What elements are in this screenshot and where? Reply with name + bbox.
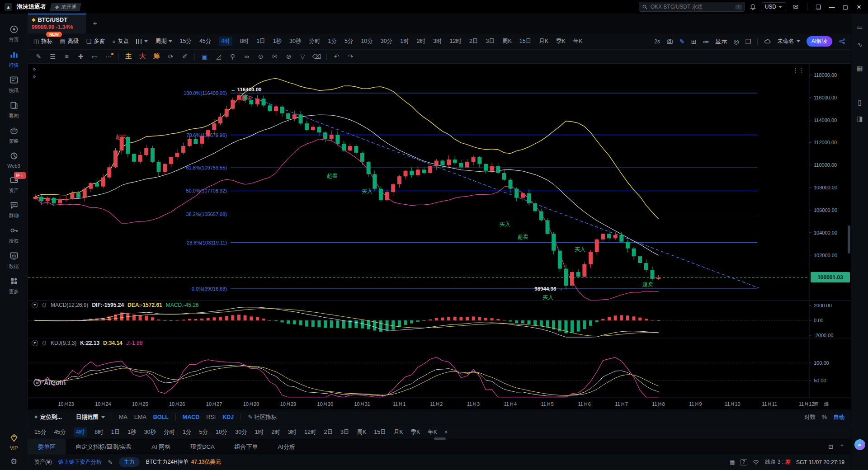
timeframe-5分[interactable]: 5分 — [199, 428, 208, 436]
ai-explain-button[interactable]: AI解读 — [807, 36, 832, 47]
timeframe-10分[interactable]: 10分 — [216, 428, 227, 436]
symbol-tab[interactable]: ◆ BTC/USDT 99989.99 -1.34% NEW — [28, 14, 86, 33]
timeframe-2时[interactable]: 2时 — [417, 38, 425, 45]
sidebar-item-market[interactable]: 行情 — [0, 50, 28, 69]
price-axis-scrollbar[interactable] — [848, 226, 850, 254]
edit-icon[interactable]: ✎ — [679, 38, 685, 45]
panel-tab-自定义指标/回测/实盘[interactable]: 自定义指标/回测/实盘 — [66, 439, 142, 454]
maximize-button[interactable]: ▢ — [841, 4, 850, 10]
redo[interactable]: ↷ — [344, 53, 358, 60]
timeframe-15日[interactable]: 15日 — [519, 38, 531, 45]
refresh-tool[interactable]: ⟳ — [164, 53, 178, 60]
indicators-button[interactable]: ◫指标 — [33, 38, 52, 45]
currency-selector[interactable]: USD — [761, 2, 786, 11]
timeframe-45分[interactable]: 45分 — [199, 38, 211, 45]
close-button[interactable]: ✕ — [854, 4, 863, 10]
timeframe-3日[interactable]: 3日 — [340, 428, 349, 436]
notification-bell-icon[interactable] — [750, 4, 756, 10]
period-selector[interactable]: 周期 — [155, 38, 172, 45]
filter-tool[interactable]: ▽ — [296, 53, 310, 60]
plan-badge[interactable]: ◆ 未开通 — [50, 3, 82, 11]
search-box[interactable]: / — [639, 2, 745, 12]
target-icon[interactable]: ◎ — [733, 38, 739, 45]
timeframe-4时[interactable]: 4时 — [74, 428, 87, 437]
sidebar-item-data[interactable]: 数据 — [0, 251, 28, 270]
measure-tool[interactable]: ◿ — [212, 53, 226, 60]
panel-tab-委单区[interactable]: 委单区 — [28, 439, 66, 454]
chips-tool[interactable]: 筹 — [150, 52, 164, 61]
timeframe-45分[interactable]: 45分 — [54, 428, 66, 436]
select-box-tool[interactable]: ▣ — [198, 53, 212, 60]
overlay-MA[interactable]: MA — [119, 414, 127, 420]
settings-gear-icon[interactable]: ⚙ — [10, 457, 17, 466]
screenshot-icon[interactable] — [666, 38, 673, 45]
sidebar-item-more[interactable]: 更多 — [0, 277, 28, 295]
timeframe-1日[interactable]: 1日 — [111, 428, 120, 436]
brush-tool[interactable]: ✐ — [178, 53, 192, 60]
timeframe-月K[interactable]: 月K — [394, 428, 403, 436]
channel-tool[interactable]: ≡ — [60, 53, 74, 60]
large-order-tool[interactable]: 大 — [136, 52, 150, 61]
layout-name-selector[interactable]: 未命名 — [777, 38, 800, 45]
assets-label[interactable]: 资产(¥) — [34, 458, 52, 466]
timeframe-1日[interactable]: 1日 — [256, 38, 265, 45]
timeframe-12时[interactable]: 12时 — [304, 428, 316, 436]
indicator-KDJ[interactable]: KDJ — [222, 414, 234, 420]
indicator-MACD[interactable]: MACD — [183, 414, 200, 420]
timeframe-12时[interactable]: 12时 — [450, 38, 462, 45]
sidebar-item-web3[interactable]: Web3 — [0, 151, 28, 169]
collapse-icon[interactable] — [32, 302, 38, 308]
timeframe-周K[interactable]: 周K — [357, 428, 366, 436]
timeframe-季K[interactable]: 季K — [411, 428, 420, 436]
minimize-button[interactable]: — — [827, 4, 836, 10]
ai-assistant-icon[interactable]: ai — [854, 439, 865, 450]
timeframe-15分[interactable]: 15分 — [179, 38, 191, 45]
timeframe-年K[interactable]: 年K — [428, 428, 437, 436]
fullscreen-icon[interactable]: ❒ — [745, 38, 751, 45]
note-tool[interactable]: ✉ — [268, 53, 282, 60]
replay-button[interactable]: «复盘 — [112, 38, 129, 45]
sidebar-item-news-flash[interactable]: 快讯 — [0, 75, 28, 94]
sidebar-item-group-chat[interactable]: 群聊 — [0, 201, 28, 219]
hide-tool[interactable]: ⊘ — [282, 53, 296, 60]
timeframe-1分[interactable]: 1分 — [183, 428, 191, 436]
panel-tab-AI分析[interactable]: AI分析 — [268, 439, 305, 454]
timeframe-2日[interactable]: 2日 — [469, 38, 478, 45]
community-indicators-button[interactable]: ✎ 社区指标 — [248, 414, 277, 421]
timeframe-3日[interactable]: 3日 — [486, 38, 494, 45]
help-icon[interactable]: ? — [740, 459, 747, 465]
sidebar-item-strategy[interactable]: 策略 — [0, 126, 28, 145]
panel-tab-组合下单[interactable]: 组合下单 — [225, 439, 268, 454]
search-input[interactable] — [651, 4, 718, 10]
add-tab-button[interactable]: + — [86, 14, 104, 33]
timeframe-30分[interactable]: 30分 — [235, 428, 247, 436]
link-tool[interactable]: ∞ — [240, 53, 254, 60]
timeframe-8时[interactable]: 8时 — [240, 38, 249, 45]
share-icon[interactable] — [839, 38, 845, 45]
timeframe-周K[interactable]: 周K — [502, 38, 512, 45]
sidebar-item-headlines[interactable]: 要闻 — [0, 101, 28, 119]
draw-line-tool[interactable]: ✎ — [32, 53, 46, 60]
panel-icon[interactable]: ◨ — [856, 115, 863, 123]
main-force-badge[interactable]: 主力 — [119, 457, 140, 467]
panel-tab-现货DCA[interactable]: 现货DCA — [180, 439, 224, 454]
line-style-tool[interactable]: ☰ — [46, 53, 60, 60]
timeframe-30秒[interactable]: 30秒 — [144, 428, 156, 436]
timeframe-分时[interactable]: 分时 — [164, 428, 175, 436]
line-label[interactable]: 线路 3 : — [765, 458, 783, 466]
timeframe-2日[interactable]: 2日 — [324, 428, 333, 436]
timeframe-15分[interactable]: 15分 — [34, 428, 46, 436]
scale-%[interactable]: % — [822, 414, 827, 420]
advanced-button[interactable]: ▤高级 — [60, 38, 79, 45]
shape-tool[interactable]: ▭ — [88, 53, 102, 60]
timeframe-1秒[interactable]: 1秒 — [127, 428, 136, 436]
timeframe-3时[interactable]: 3时 — [433, 38, 442, 45]
timeframe-30分[interactable]: 30分 — [381, 38, 392, 45]
cross-tool[interactable]: ✚ — [74, 53, 88, 60]
timeframe-30秒[interactable]: 30秒 — [289, 38, 301, 45]
expand-panel-icon[interactable]: ⊡ — [828, 443, 833, 450]
sidebar-item-home[interactable]: 首页 — [0, 25, 28, 43]
panel-drag-handle[interactable] — [434, 437, 446, 440]
collapse-icon[interactable] — [32, 340, 38, 346]
pane-expand-buttons[interactable]: » » — [33, 66, 36, 80]
